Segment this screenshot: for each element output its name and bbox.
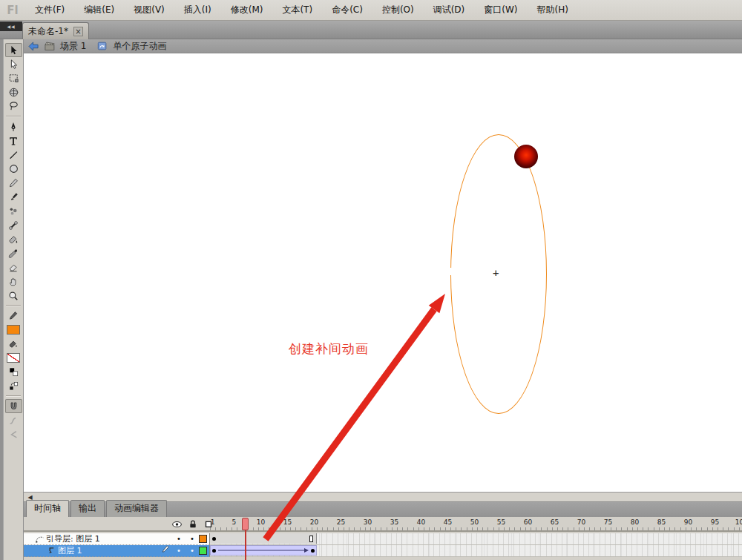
subselection-tool[interactable] — [5, 57, 22, 71]
menu-item[interactable]: 文件(F) — [25, 0, 74, 20]
smooth-option[interactable] — [5, 413, 22, 427]
menu-item[interactable]: 调试(D) — [424, 0, 475, 20]
scene-clapper-icon — [44, 41, 56, 52]
guide-layer-icon — [33, 534, 46, 544]
menu-item[interactable]: 控制(O) — [372, 0, 424, 20]
eraser-tool-icon — [8, 263, 19, 273]
menu-item[interactable]: 文本(T) — [272, 0, 322, 20]
3d-rotation-tool[interactable] — [5, 85, 22, 99]
layer-row[interactable]: 图层 1 • • — [24, 545, 742, 557]
menu-item[interactable]: 编辑(E) — [74, 0, 124, 20]
layer-name: 图层 1 — [58, 545, 159, 556]
layer-visibility-dot[interactable]: • — [172, 533, 186, 544]
menu-item[interactable]: 插入(I) — [174, 0, 221, 20]
fill-swatch[interactable] — [5, 351, 22, 365]
menu-item[interactable]: 视图(V) — [124, 0, 174, 20]
frame-label: 1 — [211, 518, 215, 526]
snap-magnet-option[interactable] — [5, 399, 22, 413]
eraser-tool[interactable] — [5, 260, 22, 274]
stroke-color-control-icon — [8, 311, 19, 321]
layer-row[interactable]: 引导层: 图层 1 • • — [24, 533, 742, 545]
keyframe-dot — [212, 537, 216, 541]
back-arrow-icon[interactable] — [27, 41, 39, 52]
tab-close-icon[interactable]: × — [73, 27, 83, 36]
zoom-tool[interactable] — [5, 289, 22, 303]
timeline-tab[interactable]: 动画编辑器 — [106, 500, 167, 517]
flash-window: Fl 文件(F)编辑(E)视图(V)插入(I)修改(M)文本(T)命令(C)控制… — [0, 0, 742, 560]
bone-tool-icon — [8, 220, 19, 231]
timeline-tab[interactable]: 时间轴 — [26, 500, 69, 517]
annotation-text: 创建补间动画 — [289, 340, 369, 358]
deco-tool[interactable] — [5, 204, 22, 218]
stage-canvas[interactable]: + 创建补间动画 — [24, 53, 742, 492]
tween-span[interactable] — [210, 545, 317, 556]
subselection-tool-icon — [8, 59, 19, 70]
child-layer-icon — [45, 546, 58, 556]
frame-label: 50 — [470, 518, 479, 526]
visibility-eye-icon[interactable] — [171, 518, 183, 530]
stroke-swatch[interactable] — [5, 323, 22, 337]
timeline-panel: 1510152025303540455055606570758085909510… — [24, 517, 742, 560]
oval-tool-icon — [8, 163, 19, 174]
layer-lock-dot[interactable]: • — [186, 533, 199, 544]
brush-tool-icon — [8, 192, 19, 202]
layer-name-cell[interactable]: 图层 1 • • — [24, 545, 210, 557]
pen-tool[interactable] — [5, 119, 22, 134]
layer-color-swatch — [199, 535, 207, 543]
line-tool-icon — [8, 150, 19, 160]
lasso-tool[interactable] — [5, 99, 22, 113]
oval-tool[interactable] — [5, 162, 22, 176]
brush-tool[interactable] — [5, 190, 22, 204]
layer-name: 引导层: 图层 1 — [46, 533, 159, 544]
layer-name-cell[interactable]: 引导层: 图层 1 • • — [24, 533, 210, 545]
frame-label: 65 — [551, 518, 559, 526]
symbol-breadcrumb[interactable]: 单个原子动画 — [113, 40, 166, 53]
timeline-bottom-strip — [24, 557, 742, 560]
menu-item[interactable]: 修改(M) — [221, 0, 273, 20]
selection-tool-icon — [8, 45, 19, 56]
text-tool[interactable] — [5, 134, 22, 148]
layer-visibility-dot[interactable]: • — [172, 545, 186, 556]
frame-ruler[interactable]: 1510152025303540455055606570758085909510… — [210, 517, 742, 530]
free-transform-tool[interactable] — [5, 71, 22, 85]
frame-label: 35 — [390, 518, 398, 526]
pencil-tool[interactable] — [5, 176, 22, 190]
document-tab-bar: ◀◀ 未命名-1* × — [0, 21, 742, 39]
layer-frames[interactable] — [210, 533, 742, 545]
app-logo: Fl — [0, 4, 25, 17]
frame-span[interactable] — [210, 533, 317, 544]
atom-sphere[interactable] — [514, 145, 538, 168]
edit-bar: 场景 1 单个原子动画 — [24, 39, 742, 53]
layer-lock-dot[interactable]: • — [186, 545, 199, 556]
straighten-option[interactable] — [5, 427, 22, 441]
timeline-tab[interactable]: 输出 — [70, 500, 105, 517]
stroke-color-control[interactable] — [5, 309, 22, 323]
frame-label: 75 — [604, 518, 612, 526]
frame-label: 25 — [337, 518, 345, 526]
hand-tool[interactable] — [5, 274, 22, 289]
paint-bucket-tool[interactable] — [5, 232, 22, 246]
stroke-color-swatch — [7, 325, 20, 335]
layer-color-swatch — [199, 547, 207, 555]
swap-colors-control[interactable] — [5, 379, 22, 393]
selection-tool[interactable] — [5, 43, 22, 57]
menu-item[interactable]: 帮助(H) — [528, 0, 578, 20]
eyedropper-tool[interactable] — [5, 246, 22, 260]
menu-item[interactable]: 命令(C) — [322, 0, 372, 20]
end-frame-marker — [309, 536, 313, 542]
menu-bar: Fl 文件(F)编辑(E)视图(V)插入(I)修改(M)文本(T)命令(C)控制… — [0, 0, 742, 21]
layer-frames[interactable] — [210, 545, 742, 557]
black-white-control[interactable] — [5, 365, 22, 379]
menu-item[interactable]: 窗口(W) — [474, 0, 527, 20]
fill-color-control[interactable] — [5, 337, 22, 351]
snap-magnet-option-icon — [9, 401, 19, 412]
eyedropper-tool-icon — [8, 248, 19, 259]
line-tool[interactable] — [5, 148, 22, 162]
lock-icon[interactable] — [186, 518, 199, 530]
document-tab[interactable]: 未命名-1* × — [22, 22, 89, 39]
bone-tool[interactable] — [5, 218, 22, 232]
collapse-panel-button[interactable]: ◀◀ — [0, 22, 22, 31]
playhead[interactable] — [242, 518, 249, 530]
scene-breadcrumb[interactable]: 场景 1 — [60, 40, 86, 53]
fill-color-swatch — [7, 353, 20, 363]
